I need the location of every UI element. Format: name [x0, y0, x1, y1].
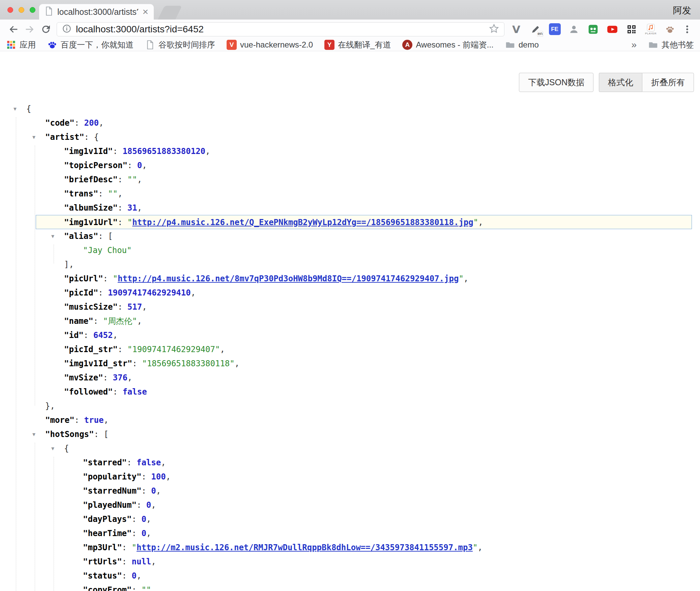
maximize-window-button[interactable] — [30, 7, 35, 13]
json-line: ▼{ — [0, 102, 700, 116]
forward-button[interactable] — [22, 21, 38, 37]
translate-pen-icon[interactable]: en — [528, 21, 543, 37]
bookmark-item[interactable]: 百度一下，你就知道 — [47, 39, 134, 50]
bookmark-label: Awesomes - 前端资... — [416, 39, 493, 50]
download-json-button[interactable]: 下载JSON数据 — [519, 73, 593, 92]
browser-menu-icon[interactable] — [680, 21, 695, 37]
green-shield-icon[interactable] — [586, 21, 600, 37]
json-token-key: "hearTime" — [83, 529, 132, 538]
minimize-window-button[interactable] — [19, 7, 24, 13]
json-line: "followed": false — [0, 385, 700, 399]
json-token-punc: ], — [64, 260, 74, 269]
json-url-link[interactable]: http://p4.music.126.net/8mv7qP30Pd3oHW8b… — [118, 274, 459, 283]
collapse-caret-icon[interactable]: ▼ — [32, 130, 35, 144]
fe-badge-icon[interactable]: FE — [548, 21, 562, 37]
json-url-link[interactable]: http://m2.music.126.net/RMJR7wDullRqppBk… — [137, 543, 473, 552]
reload-button[interactable] — [38, 21, 54, 37]
json-token-punc: , — [151, 557, 156, 566]
bookmark-star-icon[interactable] — [489, 23, 499, 35]
json-token-key: "picId_str" — [64, 345, 118, 354]
bookmarks-overflow-chevron[interactable]: » — [631, 39, 637, 50]
json-token-punc: , — [113, 331, 118, 340]
collapse-caret-icon[interactable]: ▼ — [51, 229, 54, 243]
bookmark-label: 百度一下，你就知道 — [61, 39, 134, 50]
json-token-key: "status" — [83, 571, 122, 581]
paw-icon[interactable] — [663, 21, 677, 37]
json-token-punc: : — [98, 189, 108, 198]
json-token-bool: false — [122, 387, 147, 397]
json-line: "img1v1Id_str": "18569651883380118", — [0, 356, 700, 371]
json-token-punc: : — [113, 387, 123, 397]
json-token-punc: }, — [45, 401, 55, 411]
json-token-key: "popularity" — [83, 472, 141, 481]
bookmark-item[interactable]: Vvue-hackernews-2.0 — [227, 40, 313, 50]
json-line: "mp3Url": "http://m2.music.126.net/RMJR7… — [0, 540, 700, 555]
bookmark-item[interactable]: 谷歌按时间排序 — [145, 39, 215, 50]
bookmark-item[interactable]: Y在线翻译_有道 — [324, 39, 391, 50]
json-token-punc: : — [98, 288, 108, 298]
other-bookmarks[interactable]: 其他书签 — [648, 39, 694, 50]
json-token-punc: , — [156, 486, 161, 496]
json-token-punc: , — [235, 359, 239, 368]
collapse-caret-icon[interactable]: ▼ — [51, 441, 54, 456]
vimium-label: V — [512, 23, 520, 35]
json-token-punc: : — [118, 302, 127, 312]
person-icon[interactable] — [567, 21, 581, 37]
bookmark-item[interactable]: AAwesomes - 前端资... — [402, 39, 493, 50]
json-token-punc: , — [142, 161, 147, 170]
new-tab-button[interactable] — [158, 6, 182, 20]
json-line: ▼{ — [0, 441, 700, 456]
json-token-punc: : — [75, 415, 84, 425]
page-info-icon[interactable] — [62, 24, 72, 35]
json-line: "starredNum": 0, — [0, 484, 700, 498]
json-token-punc: : — [103, 274, 113, 283]
qrcode-icon[interactable] — [624, 21, 639, 37]
json-token-punc: , — [142, 302, 147, 312]
json-token-key: "starred" — [83, 458, 127, 467]
tab-close-icon[interactable]: × — [142, 7, 148, 17]
json-url-link[interactable]: http://p4.music.126.net/Q_ExePNkmgB2yWyL… — [132, 218, 473, 227]
json-token-punc: : — [118, 203, 127, 213]
music-player-icon[interactable]: PLAYER — [644, 21, 658, 37]
json-line: "mvSize": 376, — [0, 371, 700, 385]
json-token-key: "picUrl" — [64, 274, 103, 283]
profile-name[interactable]: 阿发 — [673, 4, 691, 17]
json-line: "id": 6452, — [0, 328, 700, 342]
json-token-key: "dayPlays" — [83, 515, 132, 524]
collapse-caret-icon[interactable]: ▼ — [13, 102, 17, 116]
vimium-icon[interactable]: V — [509, 21, 523, 37]
bookmark-label: 谷歌按时间排序 — [158, 39, 215, 50]
address-bar[interactable]: localhost:3000/artists?id=6452 — [57, 22, 504, 36]
json-token-str: " — [127, 218, 132, 227]
json-token-key: "playedNum" — [83, 500, 137, 510]
json-line: "popularity": 100, — [0, 470, 700, 484]
json-token-key: "followed" — [64, 387, 113, 397]
letter-a-icon: A — [402, 40, 412, 50]
browser-tab[interactable]: localhost:3000/artists?id=645 × — [39, 4, 154, 20]
json-token-str: " — [459, 274, 463, 283]
json-token-num: 19097417462929410 — [108, 288, 191, 298]
json-token-punc: : — [93, 316, 103, 326]
json-token-punc: : — [118, 175, 127, 184]
youtube-icon[interactable] — [605, 21, 619, 37]
close-window-button[interactable] — [7, 7, 13, 13]
json-line: "more": true, — [0, 413, 700, 427]
json-token-bool: false — [137, 458, 161, 467]
json-tree: ▼{"code": 200,▼"artist": {"img1v1Id": 18… — [0, 102, 700, 591]
json-token-key: "mp3Url" — [83, 543, 122, 552]
json-line: "hearTime": 0, — [0, 526, 700, 540]
collapse-caret-icon[interactable]: ▼ — [32, 427, 35, 441]
json-viewer-toolbar: 下载JSON数据 格式化 折叠所有 — [519, 73, 694, 92]
url-text[interactable]: localhost:3000/artists?id=6452 — [76, 24, 489, 35]
json-token-str: "Jay Chou" — [83, 246, 132, 255]
json-token-punc: , — [137, 316, 142, 326]
json-token-str: "周杰伦" — [103, 316, 137, 326]
bookmark-item[interactable]: 应用 — [6, 39, 36, 50]
json-token-num: 31 — [127, 203, 137, 213]
bookmark-item[interactable]: demo — [505, 40, 539, 50]
format-button[interactable]: 格式化 — [599, 73, 642, 92]
json-token-key: "musicSize" — [64, 302, 118, 312]
json-token-str: " — [113, 274, 118, 283]
back-button[interactable] — [5, 21, 22, 37]
collapse-all-button[interactable]: 折叠所有 — [642, 73, 694, 92]
